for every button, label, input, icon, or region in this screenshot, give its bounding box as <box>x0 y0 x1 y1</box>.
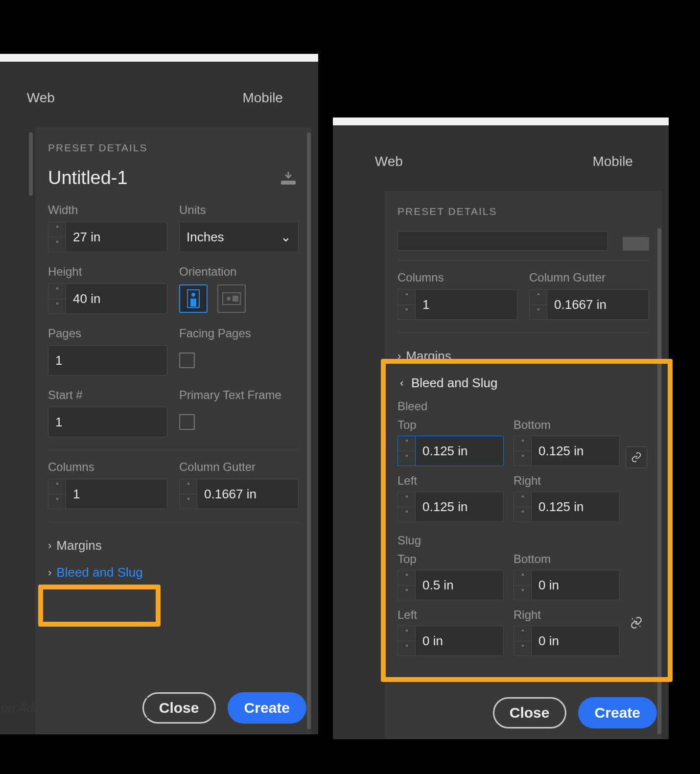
document-title[interactable] <box>397 231 608 251</box>
stepper-down-icon[interactable]: ˅ <box>180 494 197 509</box>
start-number-input[interactable]: 1 <box>48 407 167 437</box>
stepper-down-icon[interactable]: ˅ <box>514 451 531 466</box>
pages-input[interactable]: 1 <box>48 345 167 375</box>
units-label: Units <box>179 203 299 217</box>
units-select[interactable]: Inches ⌄ <box>179 222 299 252</box>
download-preset-icon[interactable] <box>623 237 649 251</box>
stepper-up-icon[interactable]: ˄ <box>180 479 197 494</box>
slug-right-input[interactable]: ˄˅ 0 in <box>513 626 620 656</box>
columns-input[interactable]: ˄˅ 1 <box>48 479 167 509</box>
tab-web[interactable]: Web <box>5 90 77 106</box>
document-title[interactable]: Untitled-1 <box>48 167 278 188</box>
slug-bottom-label: Bottom <box>513 552 620 566</box>
bleed-and-slug-accordion[interactable]: Bleed and Slug <box>397 370 649 397</box>
stepper-down-icon[interactable]: ˅ <box>48 494 66 509</box>
category-scrollbar[interactable] <box>28 130 33 731</box>
width-input[interactable]: ˄˅ 27 in <box>48 222 167 252</box>
create-button[interactable]: Create <box>228 692 306 724</box>
svg-rect-0 <box>281 181 296 185</box>
stepper-down-icon[interactable]: ˅ <box>514 507 531 522</box>
stepper-down-icon[interactable]: ˅ <box>398 641 415 656</box>
divider <box>397 260 649 261</box>
panel-scrollbar[interactable] <box>657 194 662 736</box>
download-preset-icon[interactable] <box>278 171 299 186</box>
chevron-down-icon: ⌄ <box>280 230 291 245</box>
orientation-landscape-button[interactable] <box>217 284 246 313</box>
stepper-down-icon[interactable]: ˅ <box>48 299 66 314</box>
column-gutter-input[interactable]: ˄˅ 0.1667 in <box>529 289 649 320</box>
chevron-right-icon <box>48 566 51 579</box>
stepper-up-icon[interactable]: ˄ <box>398 290 415 305</box>
stepper-down-icon[interactable]: ˅ <box>48 237 66 252</box>
bleed-top-input[interactable]: ˄˅ 0.125 in <box>397 436 504 466</box>
window-titlebar <box>0 54 318 62</box>
bleed-right-input[interactable]: ˄˅ 0.125 in <box>513 492 620 522</box>
bleed-top-label: Top <box>397 418 504 432</box>
svg-rect-3 <box>190 299 196 306</box>
start-number-label: Start # <box>48 388 167 402</box>
stepper-up-icon[interactable]: ˄ <box>398 570 415 586</box>
tab-mobile[interactable]: Mobile <box>227 90 299 106</box>
margins-accordion[interactable]: Margins <box>48 532 299 559</box>
tab-web[interactable]: Web <box>352 154 425 169</box>
primary-text-frame-label: Primary Text Frame <box>179 388 299 402</box>
facing-pages-checkbox[interactable] <box>179 352 195 368</box>
stepper-down-icon[interactable]: ˅ <box>514 586 531 600</box>
stepper-up-icon[interactable]: ˄ <box>48 284 66 299</box>
bleed-bottom-input[interactable]: ˄˅ 0.125 in <box>513 436 620 466</box>
stepper-up-icon[interactable]: ˄ <box>48 222 66 237</box>
window-titlebar <box>333 117 669 125</box>
bleed-left-input[interactable]: ˄˅ 0.125 in <box>397 492 504 522</box>
stepper-up-icon[interactable]: ˄ <box>530 290 547 305</box>
columns-input[interactable]: ˄˅ 1 <box>397 289 517 320</box>
stepper-down-icon[interactable]: ˅ <box>514 641 531 656</box>
create-button[interactable]: Create <box>578 697 657 728</box>
width-label: Width <box>48 203 167 217</box>
stepper-down-icon[interactable]: ˅ <box>398 586 415 600</box>
close-button[interactable]: Close <box>493 697 566 728</box>
tab-mobile[interactable]: Mobile <box>576 154 649 169</box>
bleed-heading: Bleed <box>397 399 649 413</box>
divider <box>48 522 299 522</box>
column-gutter-label: Column Gutter <box>529 271 649 284</box>
stepper-up-icon[interactable]: ˄ <box>514 626 531 641</box>
pages-label: Pages <box>48 327 167 340</box>
columns-label: Columns <box>48 460 167 474</box>
panel-scrollbar[interactable] <box>306 130 311 731</box>
slug-bottom-input[interactable]: ˄˅ 0 in <box>513 570 620 600</box>
chevron-right-icon <box>48 539 51 552</box>
columns-label: Columns <box>397 271 517 284</box>
stepper-down-icon[interactable]: ˅ <box>398 507 415 522</box>
slug-left-input[interactable]: ˄˅ 0 in <box>397 626 504 656</box>
svg-point-2 <box>191 293 195 297</box>
link-bleed-values-icon[interactable] <box>626 446 647 468</box>
svg-point-5 <box>227 297 231 301</box>
stepper-up-icon[interactable]: ˄ <box>398 436 415 451</box>
preset-details-panel: PRESET DETAILS Columns ˄˅ 1 Column Gutte… <box>385 191 662 739</box>
stepper-up-icon[interactable]: ˄ <box>48 479 66 494</box>
stepper-up-icon[interactable]: ˄ <box>398 492 415 507</box>
slug-top-input[interactable]: ˄˅ 0.5 in <box>397 570 504 600</box>
svg-rect-6 <box>233 296 238 302</box>
slug-right-label: Right <box>513 608 620 622</box>
primary-text-frame-checkbox[interactable] <box>179 414 195 430</box>
stepper-down-icon[interactable]: ˅ <box>398 305 415 320</box>
orientation-portrait-button[interactable] <box>179 284 208 313</box>
stepper-up-icon[interactable]: ˄ <box>514 570 531 586</box>
height-label: Height <box>48 265 167 279</box>
stepper-up-icon[interactable]: ˄ <box>398 626 415 641</box>
bleed-right-label: Right <box>513 474 620 488</box>
height-input[interactable]: ˄˅ 40 in <box>48 283 167 314</box>
bleed-and-slug-accordion[interactable]: Bleed and Slug <box>48 559 299 586</box>
stepper-up-icon[interactable]: ˄ <box>514 436 531 451</box>
margins-accordion[interactable]: Margins <box>397 343 649 370</box>
go-button[interactable]: Go <box>110 696 154 720</box>
orientation-label: Orientation <box>179 265 299 279</box>
stepper-down-icon[interactable]: ˅ <box>530 305 547 320</box>
unlink-slug-values-icon[interactable] <box>626 612 647 633</box>
preset-details-panel: PRESET DETAILS Untitled-1 Width ˄˅ 27 in… <box>35 127 311 734</box>
section-heading: PRESET DETAILS <box>397 206 649 217</box>
column-gutter-input[interactable]: ˄˅ 0.1667 in <box>179 479 299 509</box>
stepper-up-icon[interactable]: ˄ <box>514 492 531 507</box>
stepper-down-icon[interactable]: ˅ <box>398 451 415 466</box>
